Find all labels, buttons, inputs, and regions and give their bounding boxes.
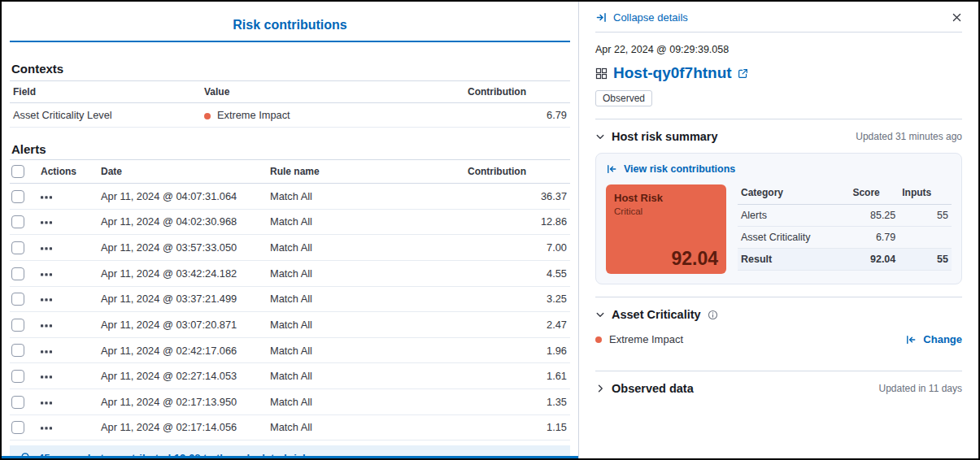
row-checkbox[interactable] (11, 319, 24, 332)
alert-contribution: 36.37 (464, 184, 570, 210)
alerts-col-actions: Actions (37, 160, 98, 184)
row-checkbox[interactable] (11, 421, 24, 434)
collapse-details-button[interactable]: Collapse details (595, 11, 688, 24)
actions-icon[interactable] (41, 426, 52, 431)
change-criticality-label: Change (923, 333, 962, 345)
row-checkbox[interactable] (11, 344, 24, 357)
actions-icon[interactable] (41, 323, 52, 328)
chevron-down-icon (595, 310, 605, 319)
alert-date: Apr 11, 2024 @ 03:07:20.871 (98, 312, 267, 338)
alert-contribution: 12.86 (464, 209, 570, 235)
observed-data-toggle[interactable]: Observed data (595, 382, 694, 395)
row-checkbox[interactable] (11, 370, 24, 383)
observed-data-title: Observed data (612, 382, 694, 395)
context-row: Asset Criticality LevelExtreme Impact6.7… (10, 103, 570, 128)
risk-table-body: Alerts85.2555Asset Criticality6.79Result… (738, 205, 952, 271)
view-risk-contributions-link[interactable]: View risk contributions (606, 163, 735, 175)
risk-col-category: Category (738, 184, 849, 205)
row-checkbox[interactable] (11, 396, 24, 409)
risk-summary-panel: View risk contributions Host Risk Critic… (595, 153, 962, 284)
arrow-end-icon (595, 11, 608, 24)
alert-row: Apr 11, 2024 @ 03:07:20.871Match All2.47 (10, 312, 570, 338)
details-flyout: Collapse details Apr 22, 2024 @ 09:29:39… (578, 2, 978, 458)
risk-table-header-row: Category Score Inputs (738, 184, 952, 205)
alert-rule-name: Match All (267, 286, 464, 312)
risk-score: 92.04 (849, 249, 899, 271)
close-flyout-button[interactable] (952, 12, 962, 23)
alert-rule-name: Match All (267, 184, 464, 210)
row-checkbox[interactable] (11, 267, 24, 280)
view-risk-contributions-label: View risk contributions (624, 163, 735, 175)
change-criticality-link[interactable]: Change (905, 333, 962, 345)
flyout-header: Collapse details (595, 2, 962, 33)
alert-contribution: 3.25 (464, 286, 570, 312)
actions-icon[interactable] (41, 297, 52, 302)
host-risk-summary-section-header: Host risk summary Updated 31 minutes ago (595, 119, 962, 153)
alert-row: Apr 11, 2024 @ 04:02:30.968Match All12.8… (10, 209, 570, 235)
alert-rule-name: Match All (267, 337, 464, 363)
alert-row: Apr 11, 2024 @ 02:42:17.066Match All1.96 (10, 337, 570, 363)
observed-badge: Observed (595, 90, 652, 106)
observed-data-updated: Updated in 11 days (878, 383, 962, 394)
actions-icon[interactable] (41, 220, 52, 225)
contexts-header-row: Field Value Contribution (10, 81, 570, 103)
event-timestamp: Apr 22, 2024 @ 09:29:39.058 (595, 44, 962, 55)
host-name-link[interactable]: Host-qy0f7htnut (613, 64, 732, 82)
alert-date: Apr 11, 2024 @ 02:17:14.056 (98, 414, 267, 440)
row-checkbox[interactable] (11, 215, 24, 228)
context-value: Extreme Impact (201, 103, 464, 128)
asset-criticality-toggle[interactable]: Asset Criticality (595, 308, 718, 321)
alert-date: Apr 11, 2024 @ 02:27:14.053 (98, 363, 267, 389)
asset-criticality-row: Extreme Impact Change (595, 331, 962, 358)
risk-inputs: 55 (899, 249, 952, 271)
asset-criticality-level-text: Extreme Impact (609, 333, 683, 345)
host-grid-icon (595, 67, 608, 80)
row-checkbox[interactable] (11, 241, 24, 254)
actions-icon[interactable] (41, 272, 52, 277)
host-risk-summary-toggle[interactable]: Host risk summary (595, 130, 718, 143)
alert-contribution: 1.35 (464, 389, 570, 415)
alert-date: Apr 11, 2024 @ 02:42:17.066 (98, 337, 267, 363)
alert-date: Apr 11, 2024 @ 04:02:30.968 (98, 209, 267, 235)
alert-row: Apr 11, 2024 @ 02:17:14.056Match All1.15 (10, 414, 570, 440)
chevron-right-icon (595, 384, 605, 393)
row-checkbox[interactable] (11, 293, 24, 306)
actions-icon[interactable] (41, 401, 52, 406)
panel-title: Risk contributions (10, 18, 570, 33)
risk-inputs (899, 227, 952, 249)
alerts-col-contribution: Contribution (464, 160, 570, 184)
host-risk-summary-title: Host risk summary (612, 130, 718, 143)
actions-icon[interactable] (41, 195, 52, 200)
contexts-table: Field Value Contribution Asset Criticali… (10, 80, 570, 128)
collapse-details-label: Collapse details (613, 11, 688, 24)
alerts-table: Actions Date Rule name Contribution Apr … (10, 159, 570, 440)
alert-row: Apr 11, 2024 @ 04:07:31.064Match All36.3… (10, 184, 570, 210)
alert-rule-name: Match All (267, 260, 464, 286)
alert-row: Apr 11, 2024 @ 03:57:33.050Match All7.00 (10, 235, 570, 261)
alert-rule-name: Match All (267, 363, 464, 389)
panel-bottom-accent (2, 456, 578, 458)
contexts-col-value: Value (201, 81, 464, 103)
alert-row: Apr 11, 2024 @ 02:27:14.053Match All1.61 (10, 363, 570, 389)
contexts-table-body: Asset Criticality LevelExtreme Impact6.7… (10, 103, 570, 128)
risk-card-level: Critical (614, 206, 718, 216)
alert-date: Apr 11, 2024 @ 02:17:13.950 (98, 389, 267, 415)
alert-row: Apr 11, 2024 @ 02:17:13.950Match All1.35 (10, 389, 570, 415)
alert-rule-name: Match All (267, 312, 464, 338)
close-icon (952, 12, 962, 23)
alerts-col-rule-name: Rule name (267, 160, 464, 184)
select-all-checkbox[interactable] (11, 165, 24, 178)
risk-table-row: Asset Criticality6.79 (738, 227, 952, 249)
risk-summary-updated: Updated 31 minutes ago (856, 131, 962, 142)
row-checkbox[interactable] (11, 190, 24, 203)
actions-icon[interactable] (41, 246, 52, 251)
risk-category: Asset Criticality (738, 227, 849, 249)
alert-rule-name: Match All (267, 209, 464, 235)
contexts-col-field: Field (10, 81, 201, 103)
alert-contribution: 4.55 (464, 260, 570, 286)
actions-icon[interactable] (41, 349, 52, 354)
risk-breakdown-table: Category Score Inputs Alerts85.2555Asset… (738, 184, 952, 271)
actions-icon[interactable] (41, 375, 52, 380)
external-link-icon[interactable] (738, 68, 748, 79)
arrow-start-icon (606, 163, 617, 175)
